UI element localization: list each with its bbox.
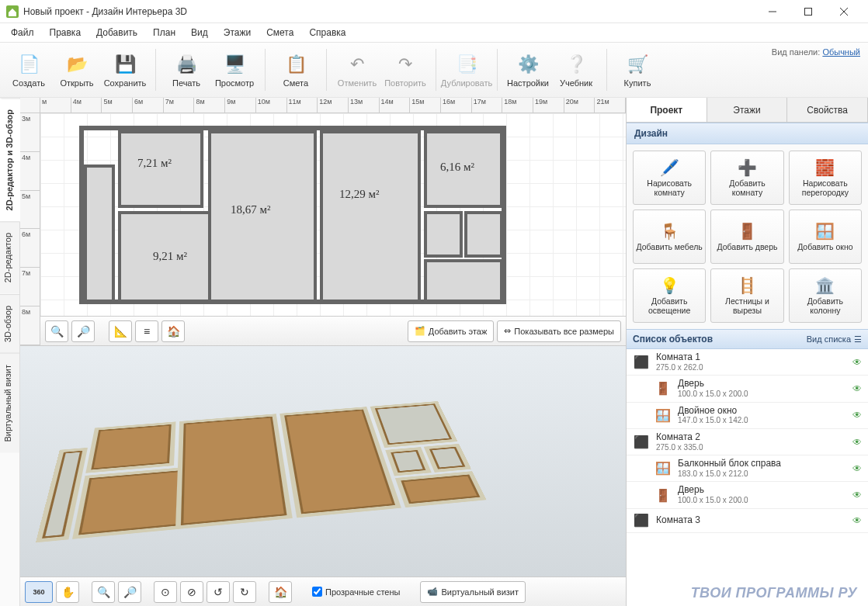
tool-icon-6: 💡 [660,276,679,296]
view-rotl-button[interactable]: ↺ [207,581,230,603]
show-dims-button[interactable]: ⇔Показывать все размеры [497,320,621,342]
view-front-button[interactable]: ⊘ [180,581,203,603]
vtab-2d[interactable]: 2D-редактор [0,221,19,293]
camera-icon: 📹 [427,587,438,597]
tutorial-icon: ❔ [564,52,589,77]
object-icon: ⬛ [633,512,650,529]
object-row[interactable]: 🚪 Дверь100.0 x 15.0 x 200.0 👁 [627,376,868,402]
object-icon: 🚪 [654,487,672,504]
rotate360-button[interactable]: 360 [25,581,53,603]
menu-add[interactable]: Добавить [90,26,144,40]
panel-mode-link[interactable]: Обычный [822,47,860,57]
tool-8[interactable]: 🏛️Добавить колонну [789,268,862,323]
object-row[interactable]: 🪟 Балконный блок справа183.0 x 15.0 x 21… [627,455,868,482]
tool-icon-3: 🪑 [660,222,679,242]
menubar: Файл Правка Добавить План Вид Этажи Смет… [0,23,868,42]
home-3d-button[interactable]: 🏠 [269,581,292,603]
room-area-1: 7,21 м² [137,157,172,170]
close-button[interactable] [826,0,862,23]
redo-icon: ↷ [393,52,418,77]
tool-icon-2: 🧱 [815,158,835,178]
tool-3[interactable]: 🪑Добавить мебель [633,210,706,264]
visibility-icon[interactable]: 👁 [852,437,862,448]
main-toolbar: Вид панели: Обычный 📄Создать📂Открыть💾Сох… [0,42,868,98]
zoom-out-3d-button[interactable]: 🔍 [92,581,115,603]
objlist-viewmode[interactable]: Вид списка ☰ [807,334,862,345]
toolbar-undo-button: ↶Отменить [333,45,381,95]
toolbar-settings-button[interactable]: ⚙️Настройки [504,45,552,95]
dims-icon: ⇔ [504,326,511,336]
vtab-virtual[interactable]: Виртуальный визит [0,353,19,453]
transparent-walls-checkbox[interactable]: Прозрачные стены [312,587,400,597]
view-top-button[interactable]: ⊙ [154,581,177,603]
visibility-icon[interactable]: 👁 [852,383,862,394]
tool-1[interactable]: ➕Добавить комнату [710,151,783,205]
room-area-3: 12,29 м² [339,188,380,201]
menu-file[interactable]: Файл [5,26,40,40]
object-row[interactable]: 🪟 Двойное окно147.0 x 15.0 x 142.0 👁 [627,403,868,429]
visibility-icon[interactable]: 👁 [852,515,862,526]
zoom-out-button[interactable]: 🔍 [45,320,68,342]
right-tabs: Проект Этажи Свойства [627,98,868,123]
tool-0[interactable]: 🖊️Нарисовать комнату [633,151,706,205]
minimize-button[interactable] [755,0,790,23]
measure-button[interactable]: 📐 [109,320,132,342]
toolbar-preview-button[interactable]: 🖥️Просмотр [210,45,259,95]
tool-icon-7: 🪜 [738,276,757,296]
toolbar-redo-button: ↷Повторить [381,45,429,95]
visibility-icon[interactable]: 👁 [852,463,862,474]
tool-6[interactable]: 💡Добавить освещение [633,268,706,323]
menu-estimate[interactable]: Смета [260,26,300,40]
virtual-visit-button[interactable]: 📹Виртуальный визит [420,581,526,603]
create-icon: 📄 [16,52,41,77]
toolbar-save-button[interactable]: 💾Сохранить [101,45,149,95]
visibility-icon[interactable]: 👁 [852,410,862,421]
tab-project[interactable]: Проект [627,98,707,122]
zoom-in-3d-button[interactable]: 🔎 [118,581,141,603]
object-row[interactable]: 🚪 Дверь100.0 x 15.0 x 200.0 👁 [627,482,868,508]
grid-button[interactable]: ≡ [135,320,158,342]
tab-properties[interactable]: Свойства [787,98,868,122]
tool-4[interactable]: 🚪Добавить дверь [710,210,783,264]
pan-button[interactable]: ✋ [56,581,79,603]
canvas-3d[interactable] [20,346,626,577]
object-icon: ⬛ [633,434,650,451]
home-button[interactable]: 🏠 [161,320,185,342]
add-floor-button[interactable]: 🗂️Добавить этаж [408,320,494,342]
toolbar-open-button[interactable]: 📂Открыть [53,45,101,95]
toolbar-create-button[interactable]: 📄Создать [5,45,53,95]
design-header: Дизайн [627,123,868,144]
visibility-icon[interactable]: 👁 [852,357,862,368]
tab-floors[interactable]: Этажи [707,98,788,122]
tool-7[interactable]: 🪜Лестницы и вырезы [710,268,783,323]
menu-edit[interactable]: Правка [43,26,88,40]
menu-plan[interactable]: План [147,26,182,40]
object-row[interactable]: ⬛ Комната 3 👁 [627,509,868,533]
zoom-in-button[interactable]: 🔎 [71,320,95,342]
object-row[interactable]: ⬛ Комната 2275.0 x 335.0 👁 [627,429,868,455]
vtab-3d[interactable]: 3D-обзор [0,294,19,353]
toolbar-buy-button[interactable]: 🛒Купить [613,45,661,95]
toolbar-print-button[interactable]: 🖨️Печать [162,45,210,95]
toolbar-estimate-button[interactable]: 📋Смета [272,45,320,95]
visibility-icon[interactable]: 👁 [852,490,862,500]
vtab-both[interactable]: 2D-редактор и 3D-обзор [0,98,20,221]
menu-help[interactable]: Справка [303,26,352,40]
toolbar-tutorial-button[interactable]: ❔Учебник [552,45,600,95]
canvas-2d[interactable]: 7,21 м² 9,21 м² 18,67 м² 12,29 м² 6,16 м… [40,113,626,316]
menu-floors[interactable]: Этажи [217,26,257,40]
menu-view[interactable]: Вид [185,26,214,40]
ruler-horizontal: м4м5м6м7м8м9м10м11м12м13м14м15м16м17м18м… [40,98,626,113]
object-row[interactable]: ⬛ Комната 1275.0 x 262.0 👁 [627,349,868,376]
tool-icon-4: 🚪 [738,222,757,242]
vertical-tabs: 2D-редактор и 3D-обзор2D-редактор3D-обзо… [0,98,20,606]
ruler-vertical: 3м4м5м6м7м8м [20,113,40,345]
estimate-icon: 📋 [283,52,308,77]
object-icon: ⬛ [633,354,650,371]
tool-5[interactable]: 🪟Добавить окно [789,210,862,264]
maximize-button[interactable] [790,0,826,23]
tool-2[interactable]: 🧱Нарисовать перегородку [789,151,862,205]
view-rotr-button[interactable]: ↻ [233,581,256,603]
toolbar-duplicate-button: 📑Дублировать [443,45,491,95]
floorplan: 7,21 м² 9,21 м² 18,67 м² 12,29 м² 6,16 м… [71,118,506,304]
